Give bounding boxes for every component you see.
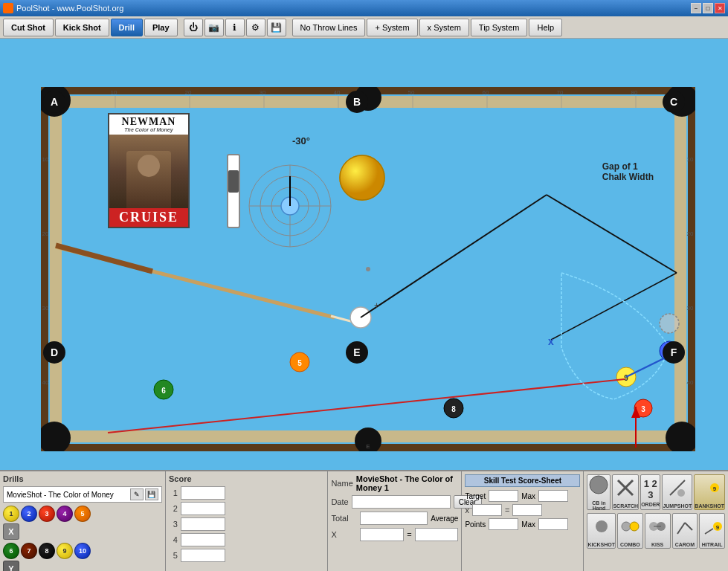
x-system-button[interactable]: x System	[419, 19, 469, 36]
x-value-input[interactable]	[472, 504, 502, 516]
corner-d: D	[43, 341, 65, 364]
carom-label: CAROM	[675, 542, 695, 547]
ball-9[interactable]: 9	[57, 543, 73, 559]
svg-point-79	[677, 489, 685, 497]
gap-text: Gap of 1	[602, 161, 654, 172]
combo-btn[interactable]: COMBO	[617, 513, 643, 549]
score-num-5: 5	[169, 551, 178, 560]
x-label2: x	[465, 506, 469, 514]
app-icon	[3, 3, 13, 13]
save-icon-button[interactable]: 💾	[267, 19, 286, 36]
name-row: Name MovieShot - The Color of Money 1	[331, 474, 458, 492]
cb-in-hand-btn[interactable]: CB in Hand	[587, 474, 611, 510]
kickshot-btn[interactable]: KICKSHOT	[587, 513, 616, 549]
system-btns-row2: KICKSHOT COMBO	[587, 513, 725, 549]
svg-text:40: 40	[42, 379, 49, 386]
maximize-button[interactable]: □	[703, 3, 713, 13]
score-input-2[interactable]	[181, 502, 225, 515]
eq-result-input[interactable]	[512, 504, 542, 516]
ball-10[interactable]: 10	[74, 543, 91, 559]
target-input[interactable]	[489, 490, 518, 502]
power-icon-button[interactable]: ⏻	[184, 19, 203, 36]
namedate-panel: Name MovieShot - The Color of Money 1 Da…	[328, 471, 462, 571]
max2-label: Max	[521, 520, 535, 529]
scratch-btn[interactable]: SCRATCH	[612, 474, 639, 510]
no-throw-button[interactable]: No Throw Lines	[292, 19, 366, 36]
svg-text:6: 6	[161, 387, 166, 395]
svg-rect-15	[674, 108, 686, 430]
ball-grid-row1: 1 2 3 4 5 X	[3, 506, 162, 540]
tip-system-button[interactable]: Tip System	[471, 19, 528, 36]
svg-point-82	[596, 520, 608, 532]
score-input-3[interactable]	[181, 517, 225, 531]
ball-4[interactable]: 4	[57, 506, 73, 522]
kiss-btn[interactable]: KISS	[645, 513, 671, 549]
poster-name: NEWMAN	[112, 116, 185, 127]
ball-2[interactable]: 2	[21, 506, 37, 522]
svg-line-89	[685, 523, 692, 530]
titlebar-title: PoolShot - www.PoolShot.org	[16, 4, 123, 13]
x-input[interactable]	[360, 528, 404, 541]
date-input[interactable]	[352, 495, 451, 509]
x-button[interactable]: X	[3, 523, 19, 540]
result-input[interactable]	[415, 528, 459, 541]
bankshot-btn[interactable]: 9 BANKSHOT	[694, 474, 725, 510]
date-row: Date Clear	[331, 495, 458, 509]
drill-title: MovieShot - The Color of Money	[7, 491, 114, 499]
corner-b: B	[346, 91, 368, 113]
plus-system-button[interactable]: + System	[367, 19, 417, 36]
ball-7[interactable]: 7	[21, 543, 37, 559]
svg-text:40: 40	[334, 89, 341, 96]
score-num-2: 2	[169, 504, 178, 513]
score-row-5: 5	[169, 549, 324, 562]
poster-subtitle: The Color of Money	[112, 127, 185, 133]
minimize-button[interactable]: −	[691, 3, 701, 13]
score-input-1[interactable]	[181, 486, 225, 500]
ball-6[interactable]: 6	[3, 543, 19, 559]
ball-1[interactable]: 1	[3, 506, 19, 522]
info-icon-button[interactable]: ℹ	[225, 19, 245, 36]
x-label: X	[331, 530, 357, 539]
drills-title-row: MovieShot - The Color of Money ✎ 💾	[3, 486, 162, 503]
max-input[interactable]	[538, 490, 568, 502]
chalk-text: Chalk Width	[602, 172, 654, 182]
score-input-5[interactable]	[181, 549, 225, 562]
corner-e: E	[346, 341, 368, 364]
hitrail-btn[interactable]: 9 HITRAIL	[699, 513, 725, 549]
score-input-4[interactable]	[181, 533, 225, 546]
hitrail-icon: 9	[701, 515, 724, 541]
ball-8[interactable]: 8	[39, 543, 55, 559]
date-label: Date	[331, 497, 348, 506]
help-button[interactable]: Help	[529, 19, 562, 36]
equals-label: =	[407, 530, 411, 539]
total-input[interactable]	[360, 512, 428, 525]
drill-save-btn[interactable]: 💾	[145, 488, 158, 500]
total-row: Total Average	[331, 512, 458, 525]
svg-text:50: 50	[408, 89, 415, 96]
max2-input[interactable]	[538, 518, 568, 530]
jumpshot-btn[interactable]: JUMPSHOT	[662, 474, 692, 510]
ball-grid-row2: 6 7 8 9 10 Y	[3, 543, 162, 571]
settings-icon-button[interactable]: ⚙	[246, 19, 265, 36]
points-input[interactable]	[489, 518, 518, 530]
drills-header: Drills	[3, 474, 162, 483]
play-button[interactable]: Play	[144, 19, 178, 36]
camera-icon-button[interactable]: 📷	[204, 19, 224, 36]
svg-text:20: 20	[185, 89, 192, 96]
poster-cruise-label: CRUISE	[109, 208, 188, 227]
score-num-3: 3	[169, 520, 178, 529]
drills-icons: ✎ 💾	[130, 488, 158, 500]
ball-5[interactable]: 5	[74, 506, 91, 522]
drill-edit-btn[interactable]: ✎	[130, 488, 144, 500]
svg-text:x: x	[548, 335, 554, 347]
svg-point-56	[366, 267, 370, 271]
drill-button[interactable]: Drill	[111, 19, 143, 36]
y-button[interactable]: Y	[3, 561, 19, 571]
order-btn[interactable]: 1 2 3 ORDER	[640, 474, 660, 510]
close-button[interactable]: ✕	[715, 3, 725, 13]
kick-shot-button[interactable]: Kick Shot	[55, 19, 109, 36]
titlebar-controls[interactable]: − □ ✕	[691, 3, 725, 13]
carom-btn[interactable]: CAROM	[672, 513, 698, 549]
ball-3[interactable]: 3	[39, 506, 55, 522]
cut-shot-button[interactable]: Cut Shot	[3, 19, 54, 36]
